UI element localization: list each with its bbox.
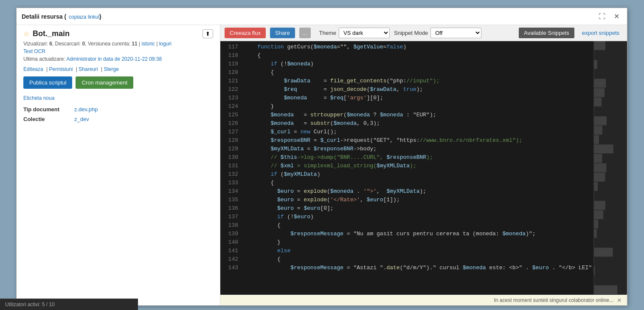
status-message: In acest moment sunteti singurul colabor… <box>494 297 613 303</box>
modal-title-text: Detalii resursa <box>22 13 63 20</box>
version-count: 11 <box>132 41 137 47</box>
version-label: Versiunea curenta: <box>88 41 130 47</box>
action-buttons-row: Publica scriptul Cron management <box>23 76 213 89</box>
modal-title: Detalii resursa (copiaza linkul) <box>22 13 101 20</box>
eticheta-noua-link[interactable]: Eticheta noua <box>23 95 54 101</box>
snippet-mode-label: Snippet Mode <box>394 30 428 36</box>
code-area: 117 118 119 120 121 122 123 124 125 126 … <box>220 41 627 295</box>
modal-titlebar: Detalii resursa (copiaza linkul) ⛶ ✕ <box>17 8 627 25</box>
copy-link[interactable]: copiaza linkul <box>69 14 99 20</box>
editeaza-link[interactable]: Editeaza <box>23 66 43 72</box>
last-update-row: Ultima actualizare: Administrator in dat… <box>23 56 213 62</box>
left-panel: ☆ Bot._main ⬆ Vizualizari: 6, Descarcari… <box>17 25 220 305</box>
colectie-value[interactable]: z_dev <box>74 116 89 122</box>
last-update-value[interactable]: Administrator in data de 2020-11-22 09:3… <box>66 56 162 62</box>
publica-scriptul-button[interactable]: Publica scriptul <box>23 76 72 89</box>
bottom-bar: Utilizatori activi: 5 / 10 <box>0 299 138 310</box>
tip-document-value[interactable]: z.dev.php <box>74 106 98 113</box>
export-snippets-link[interactable]: export snippets <box>579 28 623 38</box>
fullscreen-button[interactable]: ⛶ <box>596 12 608 21</box>
downloads-label: Descarcari: <box>55 41 81 47</box>
modal-body: ☆ Bot._main ⬆ Vizualizari: 6, Descarcari… <box>17 25 627 305</box>
views-count: 6 <box>49 41 52 47</box>
close-status-button[interactable]: ✕ <box>617 297 622 304</box>
code-editor-panel: Creeaza flux Share ... Theme VS dark VS … <box>220 25 627 305</box>
modal-controls: ⛶ ✕ <box>596 11 622 21</box>
downloads-count: 0 <box>82 41 85 47</box>
ocr-link[interactable]: Text OCR <box>23 48 213 54</box>
available-snippets-button[interactable]: Available Snippets <box>519 28 574 38</box>
colectie-row: Colectie z_dev <box>23 114 213 124</box>
resource-title-row: ☆ Bot._main ⬆ <box>23 29 213 38</box>
theme-select[interactable]: VS dark VS light Monokai <box>339 28 390 38</box>
resource-modal: Detalii resursa (copiaza linkul) ⛶ ✕ ☆ B… <box>16 8 627 306</box>
minimap <box>593 41 627 295</box>
sterge-link[interactable]: Sterge <box>104 66 118 72</box>
share-button[interactable]: Share <box>270 28 295 38</box>
more-options-button[interactable]: ... <box>299 28 311 38</box>
meta-stats-row: Vizualizari: 6, Descarcari: 0, Versiunea… <box>23 41 213 47</box>
line-numbers: 117 118 119 120 121 122 123 124 125 126 … <box>220 41 241 295</box>
status-bar: In acest moment sunteti singurul colabor… <box>220 295 627 305</box>
snippet-mode-group: Snippet Mode Off On <box>394 28 481 38</box>
historic-link[interactable]: istoric <box>141 41 155 47</box>
snippet-mode-select[interactable]: Off On <box>430 28 481 38</box>
colectie-label: Colectie <box>23 114 74 124</box>
tip-document-label: Tip document <box>23 104 74 114</box>
close-modal-button[interactable]: ✕ <box>611 11 622 21</box>
editor-toolbar: Creeaza flux Share ... Theme VS dark VS … <box>220 25 627 41</box>
theme-label: Theme <box>319 30 336 36</box>
active-users-text: Utilizatori activi: 5 / 10 <box>5 302 55 307</box>
document-meta-table: Tip document z.dev.php Colectie z_dev <box>23 104 213 124</box>
favorite-icon[interactable]: ☆ <box>23 30 29 38</box>
loguri-link[interactable]: loguri <box>159 41 172 47</box>
minimap-canvas <box>593 41 627 295</box>
cron-management-button[interactable]: Cron management <box>76 76 133 89</box>
creeaza-flux-button[interactable]: Creeaza flux <box>225 28 266 38</box>
code-content[interactable]: function getCurs($moneda="", $getValue=f… <box>241 41 593 295</box>
last-update-label: Ultima actualizare: <box>23 56 65 62</box>
theme-group: Theme VS dark VS light Monokai <box>319 28 390 38</box>
resource-share-icon-button[interactable]: ⬆ <box>202 29 213 38</box>
tip-document-row: Tip document z.dev.php <box>23 104 213 114</box>
resource-title: Bot._main <box>33 29 70 38</box>
action-links-row: Editeaza | Permisiuni | Shareuri | Sterg… <box>23 66 213 72</box>
shareuri-link[interactable]: Shareuri <box>79 66 98 72</box>
views-label: Vizualizari: <box>23 41 48 47</box>
permisiuni-link[interactable]: Permisiuni <box>49 66 73 72</box>
